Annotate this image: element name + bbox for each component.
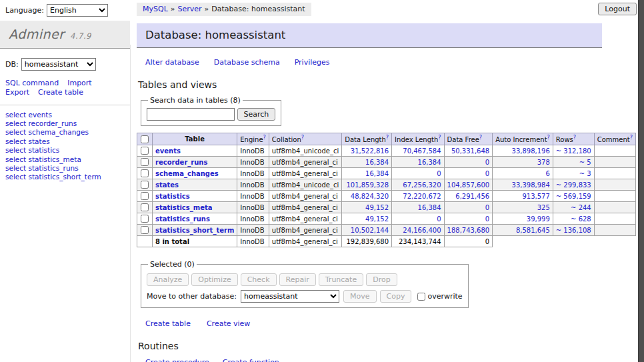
- breadcrumb-mysql-link[interactable]: MySQL: [143, 5, 168, 13]
- sidebar-border: [130, 45, 131, 362]
- overwrite-checkbox[interactable]: [417, 293, 425, 301]
- data-length-link[interactable]: 49,152: [365, 215, 389, 223]
- breadcrumb-server-link[interactable]: Server: [178, 5, 202, 13]
- table-name-link[interactable]: statistics_meta: [155, 204, 212, 211]
- routine-create-link[interactable]: Create procedure: [145, 358, 209, 362]
- language-select[interactable]: English: [47, 4, 108, 17]
- data-length-link[interactable]: 16,384: [365, 170, 389, 177]
- rows-link[interactable]: ~ 312,180: [556, 147, 591, 155]
- data-length-link[interactable]: 10,502,144: [351, 227, 389, 234]
- index-length-link[interactable]: 0: [437, 215, 441, 223]
- data-free-link[interactable]: 0: [485, 170, 489, 177]
- table-name-link[interactable]: recorder_runs: [155, 159, 207, 166]
- search-button[interactable]: Search: [237, 108, 276, 121]
- data-length-link[interactable]: 48,824,320: [351, 193, 389, 200]
- rows-link[interactable]: ~ 3: [579, 170, 591, 177]
- sidebar-select-link[interactable]: select statistics_short_term: [5, 173, 101, 181]
- database-action-link[interactable]: Alter database: [145, 58, 199, 67]
- auto-increment-link[interactable]: 33,398,984: [512, 181, 550, 189]
- index-length-link[interactable]: 67,256,320: [403, 181, 441, 189]
- column-help-link[interactable]: ?: [630, 135, 633, 141]
- data-free-link[interactable]: 104,857,600: [447, 181, 490, 189]
- move-db-select[interactable]: homeassistant: [241, 290, 339, 303]
- rows-link[interactable]: ~ 299,833: [556, 181, 591, 189]
- data-free-link[interactable]: 6,291,456: [455, 193, 489, 200]
- column-help-link[interactable]: ?: [479, 135, 482, 141]
- sidebar-select-link[interactable]: select events: [5, 111, 52, 119]
- auto-increment-link[interactable]: 8,581,645: [516, 227, 550, 234]
- data-length-link[interactable]: 16,384: [365, 159, 389, 166]
- table-name-link[interactable]: statistics: [155, 193, 190, 200]
- auto-increment-link[interactable]: 325: [537, 204, 550, 211]
- rows-link[interactable]: ~ 628: [571, 215, 591, 223]
- auto-increment-link[interactable]: 378: [537, 159, 550, 166]
- language-label: Language:: [5, 6, 44, 15]
- table-name-link[interactable]: statistics_runs: [155, 215, 210, 223]
- sidebar-select-link[interactable]: select statistics: [5, 146, 59, 154]
- column-help-link[interactable]: ?: [386, 135, 389, 141]
- column-header-data-length: Data Length?: [342, 133, 392, 145]
- app-title: Adminer 4.7.9: [0, 21, 130, 49]
- table-name-cell: events: [153, 145, 237, 157]
- auto-increment-link[interactable]: 6: [545, 170, 549, 177]
- table-name-link[interactable]: schema_changes: [155, 170, 219, 177]
- vertical-scrollbar[interactable]: [638, 0, 644, 362]
- row-checkbox[interactable]: [141, 158, 149, 166]
- row-checkbox[interactable]: [141, 203, 149, 211]
- move-row: Move to other database: homeassistant Mo…: [147, 290, 463, 303]
- rows-link[interactable]: ~ 244: [571, 204, 591, 211]
- index-length-link[interactable]: 72,220,672: [403, 193, 441, 200]
- auto-increment-link[interactable]: 913,577: [522, 193, 549, 200]
- rows-link[interactable]: ~ 5: [579, 159, 591, 166]
- sidebar-action-link[interactable]: SQL command: [5, 79, 59, 88]
- row-checkbox[interactable]: [141, 147, 149, 155]
- row-checkbox[interactable]: [141, 169, 149, 177]
- routine-create-link[interactable]: Create function: [223, 358, 279, 362]
- index-length-link[interactable]: 0: [437, 170, 441, 177]
- table-name-link[interactable]: states: [155, 181, 179, 189]
- column-help-link[interactable]: ?: [547, 135, 550, 141]
- index-length-link[interactable]: 16,384: [418, 204, 441, 211]
- row-checkbox[interactable]: [141, 192, 149, 200]
- data-free-link[interactable]: 50,331,648: [451, 147, 489, 155]
- auto-increment-link[interactable]: 33,898,196: [512, 147, 550, 155]
- data-free-link[interactable]: 188,743,680: [447, 227, 490, 234]
- rows-link[interactable]: ~ 136,108: [556, 227, 591, 234]
- sidebar-select-link[interactable]: select statistics_meta: [5, 155, 81, 163]
- index-length-link[interactable]: 70,467,584: [403, 147, 441, 155]
- data-length-link[interactable]: 101,859,328: [346, 181, 389, 189]
- search-input[interactable]: [147, 108, 235, 121]
- create-link[interactable]: Create view: [207, 319, 250, 328]
- data-free-link[interactable]: 0: [485, 215, 489, 223]
- data-length-link[interactable]: 49,152: [365, 204, 389, 211]
- data-free-link[interactable]: 0: [485, 159, 489, 166]
- create-link[interactable]: Create table: [145, 319, 191, 328]
- sidebar-select-link[interactable]: select schema_changes: [5, 128, 89, 136]
- sidebar-action-link[interactable]: Export: [5, 88, 29, 97]
- sidebar-action-link[interactable]: Import: [67, 79, 92, 88]
- column-help-link[interactable]: ?: [301, 135, 304, 141]
- table-name-link[interactable]: events: [155, 147, 181, 155]
- data-length-link[interactable]: 31,522,816: [351, 147, 389, 155]
- rows-link[interactable]: ~ 569,159: [556, 193, 591, 200]
- db-select[interactable]: homeassistant: [21, 58, 96, 71]
- logout-button[interactable]: Logout: [598, 3, 637, 15]
- column-help-link[interactable]: ?: [573, 135, 576, 141]
- column-help-link[interactable]: ?: [263, 135, 266, 141]
- sidebar-select-link[interactable]: select statistics_runs: [5, 164, 79, 172]
- row-checkbox[interactable]: [141, 215, 149, 223]
- select-all-checkbox[interactable]: [141, 135, 149, 143]
- index-length-link[interactable]: 16,384: [418, 159, 441, 166]
- sidebar-select-link[interactable]: select states: [5, 137, 50, 145]
- sidebar-action-link[interactable]: Create table: [38, 88, 83, 97]
- index-length-link[interactable]: 24,166,400: [403, 227, 441, 234]
- table-name-link[interactable]: statistics_short_term: [155, 227, 234, 234]
- row-checkbox[interactable]: [141, 181, 149, 189]
- row-checkbox[interactable]: [141, 226, 149, 234]
- data-free-link[interactable]: 0: [485, 204, 489, 211]
- auto-increment-link[interactable]: 39,999: [527, 215, 550, 223]
- database-action-link[interactable]: Database schema: [214, 58, 280, 67]
- column-help-link[interactable]: ?: [438, 135, 441, 141]
- sidebar-select-link[interactable]: select recorder_runs: [5, 119, 77, 127]
- database-action-link[interactable]: Privileges: [295, 58, 330, 67]
